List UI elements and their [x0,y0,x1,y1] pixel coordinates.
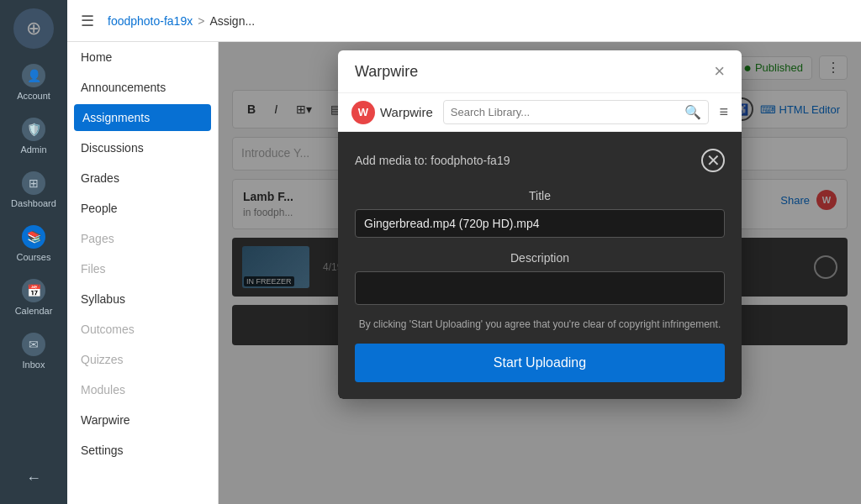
breadcrumb: foodphoto-fa19x > Assign... [108,14,255,28]
add-media-close-button[interactable]: ✕ [701,149,725,172]
warpwire-search[interactable]: 🔍 [443,100,710,124]
secondary-sidebar: Home Announcements Assignments Discussio… [67,42,219,504]
sidebar-item-label: Account [17,91,50,101]
warpwire-modal: Warpwire × W Warpwire 🔍 [338,50,742,399]
menu-item-assignments[interactable]: Assignments [74,104,211,131]
menu-item-pages[interactable]: Pages [67,223,218,254]
title-form-group: Title [355,189,725,238]
warpwire-logo: W Warpwire [351,101,433,124]
nav-collapse-button[interactable]: ← [26,461,41,496]
menu-item-modules[interactable]: Modules [67,375,218,405]
copyright-text: By clicking 'Start Uploading' you agree … [355,318,725,330]
sidebar-item-label: Calendar [15,306,53,316]
sidebar-item-label: Admin [20,144,46,155]
courses-icon: 📚 [22,225,45,249]
sidebar-item-calendar[interactable]: 📅 Calendar [0,270,67,324]
menu-item-syllabus[interactable]: Syllabus [67,284,218,314]
modal-form: Add media to: foodphoto-fa19 ✕ Title Des… [338,132,742,399]
modal-title: Warpwire [355,63,418,81]
sidebar-item-inbox[interactable]: ✉ Inbox [0,324,67,378]
hamburger-icon[interactable]: ☰ [81,12,94,30]
title-label: Title [355,189,725,202]
content-area: ☰ foodphoto-fa19x > Assign... Home Annou… [67,0,861,504]
description-input[interactable] [355,271,725,305]
admin-icon: 🛡️ [22,118,45,141]
breadcrumb-current: Assign... [209,14,255,28]
menu-item-home[interactable]: Home [67,42,218,72]
calendar-icon: 📅 [22,279,45,302]
nav-bottom: ← [26,461,41,504]
page-content: ● Published ⋮ B I ⊞▾ ▤▾ ♿ ⌨ HTML Ed [219,42,861,504]
warpwire-search-input[interactable] [451,106,682,118]
breadcrumb-separator: > [198,14,204,28]
modal-header: Warpwire × [338,50,742,93]
inbox-icon: ✉ [22,333,45,356]
menu-item-outcomes[interactable]: Outcomes [67,314,218,344]
menu-item-warpwire[interactable]: Warpwire [67,405,218,435]
dashboard-icon: ⊞ [22,171,45,195]
add-media-bar: Add media to: foodphoto-fa19 ✕ [355,149,725,172]
menu-item-discussions[interactable]: Discussions [67,133,218,163]
add-media-label: Add media to: foodphoto-fa19 [355,154,510,167]
warpwire-logo-icon: W [351,101,375,124]
modal-overlay: Warpwire × W Warpwire 🔍 [219,42,861,504]
warpwire-sub-header: W Warpwire 🔍 ≡ [338,93,742,132]
sidebar-item-account[interactable]: 👤 Account [0,55,67,109]
sidebar-item-dashboard[interactable]: ⊞ Dashboard [0,163,67,217]
description-label: Description [355,251,725,265]
sidebar-item-label: Inbox [23,360,45,370]
menu-item-settings[interactable]: Settings [67,435,218,465]
menu-item-people[interactable]: People [67,193,218,223]
title-input[interactable] [355,209,725,238]
breadcrumb-course[interactable]: foodphoto-fa19x [108,14,193,28]
menu-item-quizzes[interactable]: Quizzes [67,344,218,375]
main-layout: Home Announcements Assignments Discussio… [67,42,861,504]
nav-logo: ⊕ [13,8,54,49]
menu-item-announcements[interactable]: Announcements [67,72,218,102]
menu-item-grades[interactable]: Grades [67,163,218,193]
menu-item-files[interactable]: Files [67,254,218,284]
description-form-group: Description [355,251,725,305]
warpwire-menu-icon[interactable]: ≡ [719,103,728,121]
account-icon: 👤 [22,64,45,87]
start-uploading-button[interactable]: Start Uploading [355,344,725,382]
modal-close-button[interactable]: × [714,62,725,81]
search-icon: 🔍 [684,104,701,120]
sidebar-item-courses[interactable]: 📚 Courses [0,217,67,270]
top-bar: ☰ foodphoto-fa19x > Assign... [67,0,861,42]
sidebar-item-label: Dashboard [11,198,56,208]
sidebar-item-label: Courses [17,252,51,262]
sidebar-nav: ⊕ 👤 Account 🛡️ Admin ⊞ Dashboard 📚 Cours… [0,0,67,504]
sidebar-item-admin[interactable]: 🛡️ Admin [0,109,67,163]
warpwire-brand-name: Warpwire [380,105,433,119]
